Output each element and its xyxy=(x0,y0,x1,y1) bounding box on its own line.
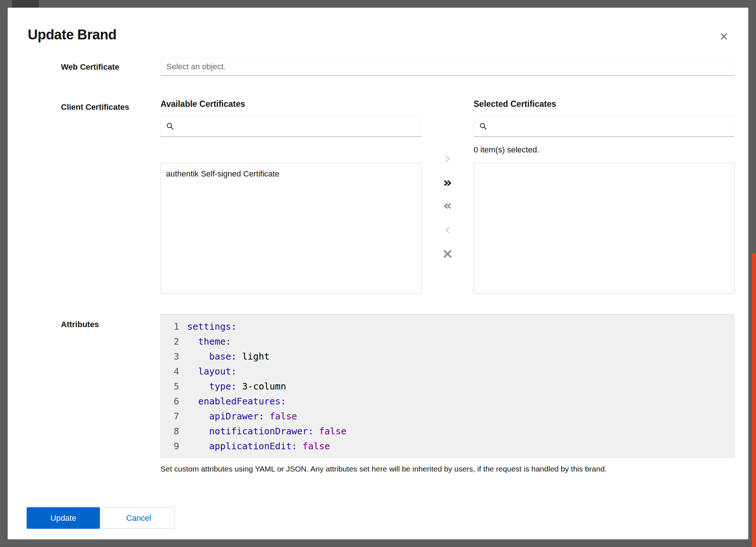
modal-title: Update Brand xyxy=(28,27,728,43)
available-search-input[interactable] xyxy=(178,116,416,136)
available-search xyxy=(161,115,421,137)
code-line: 7 apiDrawer: false xyxy=(161,409,734,424)
close-icon[interactable]: × xyxy=(720,30,728,43)
selected-search xyxy=(474,115,734,137)
code-line: 4 layout: xyxy=(161,364,734,379)
move-selected-right-button[interactable]: › xyxy=(444,150,451,166)
background-accent-bar xyxy=(752,253,756,547)
cancel-button[interactable]: Cancel xyxy=(103,507,175,529)
search-icon xyxy=(479,122,487,130)
web-certificate-label: Web Certificate xyxy=(61,58,161,72)
line-number: 4 xyxy=(161,364,179,379)
background-tab xyxy=(12,0,39,8)
line-number: 9 xyxy=(161,439,179,454)
attributes-row: Attributes 1settings:2 theme:3 base: lig… xyxy=(8,314,748,474)
code-line: 9 applicationEdit: false xyxy=(161,439,734,454)
selected-status: 0 item(s) selected. xyxy=(474,137,734,163)
certificate-option[interactable]: authentik Self-signed Certificate xyxy=(161,163,421,185)
selected-certificates-list[interactable] xyxy=(474,163,734,294)
update-brand-modal: Update Brand × Web Certificate Client Ce… xyxy=(8,8,748,539)
search-icon xyxy=(166,122,174,130)
available-certificates-pane: Available Certificates authentik Self-si… xyxy=(161,99,421,294)
move-selected-left-button[interactable]: ‹ xyxy=(444,221,451,237)
code-line: 8 notificationDrawer: false xyxy=(161,424,734,439)
attributes-label: Attributes xyxy=(61,314,161,329)
line-number: 8 xyxy=(161,424,179,439)
available-certificates-list[interactable]: authentik Self-signed Certificate xyxy=(161,163,421,294)
modal-footer: Update Cancel xyxy=(27,507,748,529)
move-all-right-button[interactable]: » xyxy=(443,175,452,189)
selected-certificates-title: Selected Certificates xyxy=(474,99,734,109)
dual-list-controls: ›»«‹× xyxy=(421,99,474,294)
code-line: 6 enabledFeatures: xyxy=(161,394,734,409)
line-number: 2 xyxy=(161,334,179,349)
move-all-left-button[interactable]: « xyxy=(443,198,452,212)
client-certificates-row: Client Certificates Available Certificat… xyxy=(8,99,748,294)
attributes-editor[interactable]: 1settings:2 theme:3 base: light4 layout:… xyxy=(161,314,734,458)
modal-header: Update Brand × xyxy=(8,8,748,43)
selected-certificates-pane: Selected Certificates 0 item(s) selected… xyxy=(474,99,734,294)
attributes-help-text: Set custom attributes using YAML or JSON… xyxy=(161,464,734,474)
code-line: 5 type: 3-column xyxy=(161,379,734,394)
dual-list-selector: Available Certificates authentik Self-si… xyxy=(161,99,734,294)
clear-selection-button[interactable]: × xyxy=(442,247,454,260)
code-line: 2 theme: xyxy=(161,334,734,349)
update-button[interactable]: Update xyxy=(27,507,100,529)
available-status xyxy=(161,137,421,163)
line-number: 5 xyxy=(161,379,179,394)
line-number: 3 xyxy=(161,349,179,364)
code-line: 1settings: xyxy=(161,319,734,334)
code-line: 3 base: light xyxy=(161,349,734,364)
line-number: 1 xyxy=(161,319,179,334)
selected-search-input[interactable] xyxy=(491,116,729,136)
available-certificates-title: Available Certificates xyxy=(161,99,421,109)
client-certificates-label: Client Certificates xyxy=(61,99,161,112)
line-number: 6 xyxy=(161,394,179,409)
web-certificate-input[interactable] xyxy=(161,58,734,76)
line-number: 7 xyxy=(161,409,179,424)
web-certificate-row: Web Certificate xyxy=(8,58,748,76)
